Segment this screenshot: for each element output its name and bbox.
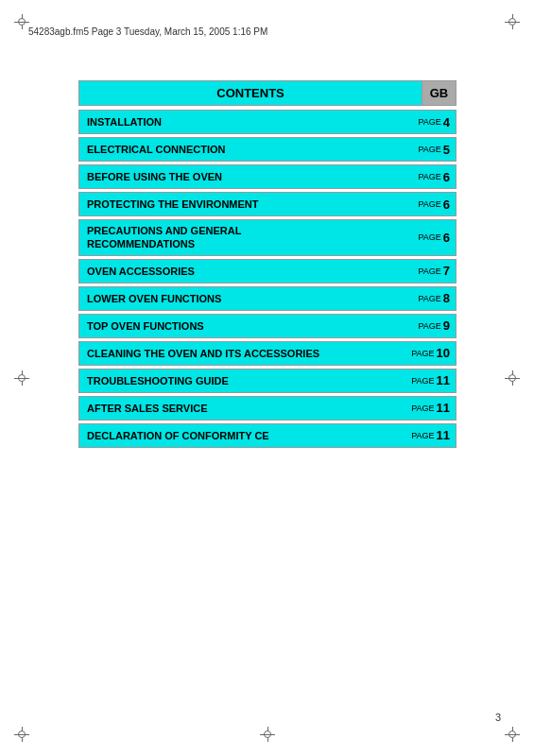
toc-item-label: LOWER OVEN FUNCTIONS <box>79 289 399 308</box>
toc-item-page: PAGE9 <box>399 315 456 336</box>
page-word-label: PAGE <box>418 117 440 127</box>
toc-row: PRECAUTIONS AND GENERALRECOMMENDATIONSPA… <box>78 219 456 256</box>
toc-item-page: PAGE11 <box>399 397 456 419</box>
toc-item-label: TROUBLESHOOTING GUIDE <box>79 371 399 390</box>
contents-header-row: CONTENTS GB <box>78 80 456 106</box>
toc-row: INSTALLATIONPAGE4 <box>78 110 456 134</box>
crosshair-bot-center <box>260 727 275 742</box>
toc-row: LOWER OVEN FUNCTIONSPAGE8 <box>78 286 456 311</box>
contents-table: CONTENTS GB INSTALLATIONPAGE4ELECTRICAL … <box>78 80 456 451</box>
toc-item-page: PAGE8 <box>399 287 456 309</box>
toc-row: CLEANING THE OVEN AND ITS ACCESSORIESPAG… <box>78 341 456 366</box>
contents-gb: GB <box>422 80 456 106</box>
toc-item-label: BEFORE USING THE OVEN <box>79 167 399 186</box>
toc-list: INSTALLATIONPAGE4ELECTRICAL CONNECTIONPA… <box>78 110 456 448</box>
page-number-value: 10 <box>437 346 450 360</box>
crosshair-top-left <box>14 14 29 29</box>
crosshair-mid-left <box>14 370 29 386</box>
page-word-label: PAGE <box>418 266 440 276</box>
page-word-label: PAGE <box>411 431 434 440</box>
toc-item-label: AFTER SALES SERVICE <box>79 399 399 418</box>
page-word-label: PAGE <box>411 404 434 413</box>
toc-item-page: PAGE6 <box>399 194 456 215</box>
toc-row: TROUBLESHOOTING GUIDEPAGE11 <box>78 369 456 393</box>
page-number-value: 4 <box>443 115 450 129</box>
page-number-value: 11 <box>437 401 450 415</box>
toc-item-label: PRECAUTIONS AND GENERALRECOMMENDATIONS <box>79 220 399 255</box>
page-number-value: 5 <box>443 143 450 157</box>
toc-item-label: PROTECTING THE ENVIRONMENT <box>79 195 399 214</box>
crosshair-bot-left <box>14 727 29 742</box>
page-number-value: 8 <box>443 291 450 305</box>
page-word-label: PAGE <box>418 172 440 181</box>
page-number-value: 6 <box>443 170 450 184</box>
toc-row: PROTECTING THE ENVIRONMENTPAGE6 <box>78 192 456 216</box>
page-word-label: PAGE <box>418 199 440 209</box>
page-number-value: 6 <box>443 198 450 212</box>
toc-item-page: PAGE5 <box>399 139 456 161</box>
page-number-value: 6 <box>443 231 450 245</box>
page-number-value: 9 <box>443 318 450 333</box>
page-number-value: 7 <box>443 264 450 278</box>
page-word-label: PAGE <box>418 145 440 154</box>
crosshair-top-right <box>505 14 520 29</box>
page-word-label: PAGE <box>418 321 440 331</box>
toc-item-page: PAGE6 <box>399 227 456 249</box>
toc-item-page: PAGE6 <box>399 166 456 188</box>
toc-row: OVEN ACCESSORIESPAGE7 <box>78 259 456 284</box>
toc-item-label: DECLARATION OF CONFORMITY CE <box>79 426 399 445</box>
page-word-label: PAGE <box>411 349 434 358</box>
header-file-info: 54283agb.fm5 Page 3 Tuesday, March 15, 2… <box>28 26 506 37</box>
page-word-label: PAGE <box>418 294 440 303</box>
toc-item-page: PAGE11 <box>399 369 456 391</box>
toc-item-label: CLEANING THE OVEN AND ITS ACCESSORIES <box>79 344 399 363</box>
toc-item-label: OVEN ACCESSORIES <box>79 262 399 281</box>
toc-item-page: PAGE7 <box>399 260 456 282</box>
page-number-value: 11 <box>437 373 450 387</box>
page: 54283agb.fm5 Page 3 Tuesday, March 15, 2… <box>0 0 534 756</box>
page-word-label: PAGE <box>418 232 440 242</box>
page-word-label: PAGE <box>411 376 434 386</box>
toc-row: ELECTRICAL CONNECTIONPAGE5 <box>78 137 456 162</box>
toc-item-label: TOP OVEN FUNCTIONS <box>79 317 399 335</box>
toc-row: TOP OVEN FUNCTIONSPAGE9 <box>78 314 456 338</box>
toc-row: DECLARATION OF CONFORMITY CEPAGE11 <box>78 423 456 448</box>
contents-title: CONTENTS <box>78 80 422 106</box>
page-number-value: 11 <box>437 428 450 442</box>
toc-item-label: ELECTRICAL CONNECTION <box>79 140 399 159</box>
toc-item-page: PAGE11 <box>399 424 456 446</box>
toc-item-page: PAGE4 <box>399 112 456 133</box>
crosshair-mid-right <box>505 370 520 386</box>
crosshair-bot-right <box>505 727 520 742</box>
toc-item-page: PAGE10 <box>399 342 456 364</box>
toc-row: AFTER SALES SERVICEPAGE11 <box>78 396 456 421</box>
toc-row: BEFORE USING THE OVENPAGE6 <box>78 164 456 189</box>
toc-item-label: INSTALLATION <box>79 112 399 131</box>
page-number: 3 <box>495 712 501 723</box>
